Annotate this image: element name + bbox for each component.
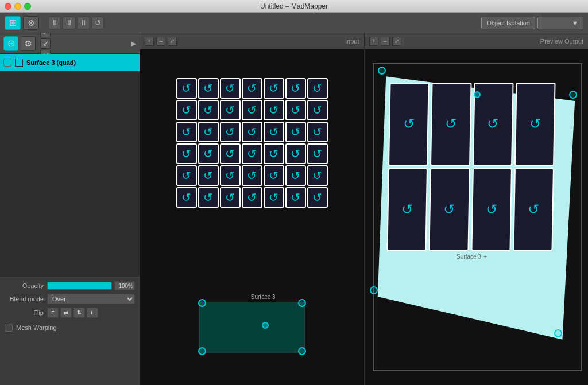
input-corner-bl[interactable] bbox=[198, 347, 206, 355]
opacity-value: 100% bbox=[114, 281, 135, 290]
input-corner-tl[interactable] bbox=[198, 299, 206, 307]
input-canvas-content: ↺ ↺ ↺ ↺ ↺ ↺ ↺ ↺ ↺ ↺ ↺ ↺ bbox=[140, 49, 364, 385]
maximize-button[interactable] bbox=[24, 3, 31, 10]
surface-visibility-checkbox[interactable] bbox=[3, 59, 11, 67]
flip-label: Flip bbox=[5, 309, 44, 316]
tile: ↺ bbox=[220, 78, 241, 99]
blend-mode-label: Blend mode bbox=[5, 295, 44, 302]
traffic-lights bbox=[5, 3, 31, 10]
opacity-slider-container: 100% bbox=[47, 281, 135, 290]
transport-controls: ⏸ ⏸ ⏸ ↺ bbox=[48, 17, 104, 29]
output-expand-button[interactable]: ⤢ bbox=[392, 37, 401, 46]
mesh-warping-checkbox[interactable] bbox=[5, 324, 13, 332]
tile: ↺ bbox=[264, 187, 284, 208]
minimize-button[interactable] bbox=[14, 3, 21, 10]
input-corner-tr[interactable] bbox=[298, 299, 306, 307]
flip-h-button[interactable]: ⇄ bbox=[60, 308, 72, 318]
object-isolation-button[interactable]: Object Isolation bbox=[481, 17, 535, 29]
step-button[interactable]: ⏸ bbox=[77, 17, 90, 29]
output-corner-bl[interactable] bbox=[370, 286, 378, 294]
mesh-warping-label: Mesh Warping bbox=[16, 324, 57, 331]
output-canvas-header: + – ⤢ Preview Output bbox=[365, 33, 589, 49]
tile: ↺ bbox=[176, 122, 197, 142]
output-tile: ↺ bbox=[429, 168, 470, 251]
app-body: ⊞ ⚙ ⏸ ⏸ ⏸ ↺ Object Isolation ▼ ⊕ ⚙ bbox=[0, 13, 588, 385]
properties-panel: Opacity 100% Blend mode Over Add Multipl… bbox=[0, 276, 140, 385]
surface-list-item[interactable]: Surface 3 (quad) bbox=[0, 54, 140, 71]
tile: ↺ bbox=[285, 100, 306, 120]
output-tile-grid: ↺ ↺ ↺ ↺ ↺ ↺ ↺ ↺ bbox=[386, 83, 555, 251]
left-panel: ⊕ ⚙ ↗ ↙ ↩ ▶ Surface 3 (quad) bbox=[0, 33, 140, 385]
input-center-handle[interactable] bbox=[262, 322, 269, 329]
tile: ↺ bbox=[264, 100, 284, 120]
isolation-dropdown[interactable]: ▼ bbox=[537, 17, 583, 29]
tile: ↺ bbox=[198, 100, 219, 120]
output-surface-label: Surface 3 bbox=[457, 254, 481, 260]
stop-button[interactable]: ⏸ bbox=[63, 17, 75, 29]
refresh-button[interactable]: ↺ bbox=[91, 17, 104, 29]
tile: ↺ bbox=[242, 78, 262, 99]
tile: ↺ bbox=[176, 165, 197, 186]
tile: ↺ bbox=[176, 78, 197, 99]
output-tile: ↺ bbox=[513, 168, 554, 251]
output-tile: ↺ bbox=[388, 83, 430, 166]
tile: ↺ bbox=[176, 143, 197, 164]
tile: ↺ bbox=[220, 187, 241, 208]
input-canvas-pane[interactable]: ↺ ↺ ↺ ↺ ↺ ↺ ↺ ↺ ↺ ↺ ↺ ↺ bbox=[140, 49, 365, 385]
input-corner-br[interactable] bbox=[298, 347, 306, 355]
tile: ↺ bbox=[176, 187, 197, 208]
opacity-slider[interactable] bbox=[47, 282, 112, 290]
app-title: Untitled – MadMapper bbox=[260, 2, 328, 10]
output-center-handle[interactable] bbox=[474, 91, 481, 98]
select-tool-button[interactable]: ⊞ bbox=[5, 16, 21, 30]
warp-tool-button[interactable]: ↙ bbox=[40, 38, 51, 49]
settings-button[interactable]: ⚙ bbox=[23, 16, 39, 30]
blend-mode-row: Blend mode Over Add Multiply Screen bbox=[5, 294, 135, 304]
tile: ↺ bbox=[264, 122, 284, 142]
input-tile-grid: ↺ ↺ ↺ ↺ ↺ ↺ ↺ ↺ ↺ ↺ ↺ ↺ bbox=[176, 78, 328, 208]
tile: ↺ bbox=[285, 165, 306, 186]
output-corner-tr[interactable] bbox=[569, 91, 577, 99]
canvas-headers: + – ⤢ Input + – ⤢ Preview Output bbox=[140, 33, 588, 49]
tile: ↺ bbox=[307, 122, 328, 142]
tile: ↺ bbox=[307, 143, 328, 164]
add-surface-button[interactable]: ⊕ bbox=[3, 36, 18, 51]
tile: ↺ bbox=[198, 143, 219, 164]
input-remove-button[interactable]: – bbox=[156, 37, 165, 46]
canvases-area: + – ⤢ Input + – ⤢ Preview Output bbox=[140, 33, 588, 385]
input-selection-rect[interactable] bbox=[199, 302, 305, 353]
surface-name: Surface 3 (quad) bbox=[26, 59, 76, 66]
tile: ↺ bbox=[242, 187, 262, 208]
tile: ↺ bbox=[242, 143, 262, 164]
panel-toggle-icon[interactable]: ▶ bbox=[131, 40, 136, 48]
mesh-warping-row: Mesh Warping bbox=[5, 324, 135, 332]
tile: ↺ bbox=[264, 78, 284, 99]
flip-f-button[interactable]: F bbox=[47, 308, 59, 318]
output-add-button[interactable]: + bbox=[369, 37, 378, 46]
play-pause-button[interactable]: ⏸ bbox=[48, 17, 61, 29]
chevron-down-icon: ▼ bbox=[572, 20, 578, 26]
tile: ↺ bbox=[198, 165, 219, 186]
input-expand-button[interactable]: ⤢ bbox=[168, 37, 177, 46]
titlebar: Untitled – MadMapper bbox=[0, 0, 588, 13]
canvases-body: ↺ ↺ ↺ ↺ ↺ ↺ ↺ ↺ ↺ ↺ ↺ ↺ bbox=[140, 49, 588, 385]
output-remove-button[interactable]: – bbox=[381, 37, 390, 46]
close-button[interactable] bbox=[5, 3, 11, 10]
output-corner-br[interactable] bbox=[554, 329, 562, 337]
tile: ↺ bbox=[198, 78, 219, 99]
output-canvas-pane[interactable]: ↺ ↺ ↺ ↺ ↺ ↺ ↺ ↺ bbox=[365, 49, 589, 385]
input-add-button[interactable]: + bbox=[145, 37, 154, 46]
flip-l-button[interactable]: L bbox=[87, 308, 98, 318]
input-surface-label: Surface 3 bbox=[251, 294, 276, 300]
output-corner-tl[interactable] bbox=[378, 67, 386, 75]
flip-v-button[interactable]: ⇅ bbox=[74, 308, 85, 318]
main-content: ⊕ ⚙ ↗ ↙ ↩ ▶ Surface 3 (quad) bbox=[0, 33, 588, 385]
input-label: Input bbox=[345, 38, 359, 45]
blend-mode-select[interactable]: Over Add Multiply Screen bbox=[47, 294, 135, 304]
flip-row: Flip F ⇄ ⇅ L bbox=[5, 308, 135, 318]
tile: ↺ bbox=[198, 187, 219, 208]
surface-settings-button[interactable]: ⚙ bbox=[21, 36, 36, 51]
move-tool-button[interactable]: ↗ bbox=[40, 33, 51, 37]
output-tile: ↺ bbox=[386, 168, 428, 251]
left-toolbar: ⊕ ⚙ ↗ ↙ ↩ ▶ bbox=[0, 33, 140, 54]
